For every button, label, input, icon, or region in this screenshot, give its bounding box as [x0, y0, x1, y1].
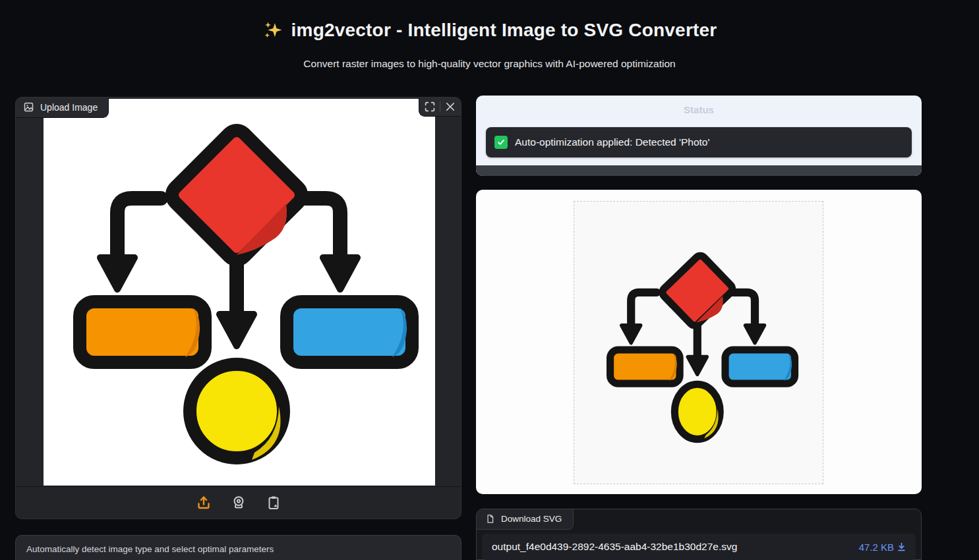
image-corner-actions — [419, 98, 461, 117]
upload-icon — [196, 495, 212, 511]
svg-preview-canvas — [574, 201, 823, 484]
upload-image-label-text: Upload Image — [40, 102, 98, 113]
auto-detect-hint-text: Automatically detect image type and sele… — [26, 544, 274, 554]
auto-detect-hint-panel: Automatically detect image type and sele… — [15, 535, 461, 560]
download-file-row[interactable]: output_f4e0d439-2892-4635-aab4-32be1b30d… — [482, 534, 916, 560]
status-scrollbar-track — [476, 165, 922, 176]
download-svg-label: Download SVG — [477, 509, 574, 530]
uploaded-image-graphic — [44, 99, 435, 486]
status-message: Auto-optimization applied: Detected 'Pho… — [486, 127, 912, 157]
webcam-source-button[interactable] — [230, 494, 247, 511]
uploaded-image-dropzone[interactable] — [44, 99, 435, 486]
download-filename[interactable]: output_f4e0d439-2892-4635-aab4-32be1b30d… — [492, 541, 737, 553]
fullscreen-icon — [424, 101, 436, 113]
webcam-icon — [231, 495, 247, 511]
svg-preview-panel — [476, 190, 922, 494]
page-title: img2vector - Intelligent Image to SVG Co… — [0, 20, 979, 41]
check-icon — [494, 136, 508, 149]
image-source-toolbar — [16, 486, 461, 518]
upload-source-button[interactable] — [195, 494, 212, 511]
upload-image-panel: Upload Image — [15, 97, 461, 519]
sparkles-icon — [262, 20, 283, 41]
image-icon — [23, 101, 34, 113]
upload-image-label: Upload Image — [16, 98, 109, 118]
page-title-text: img2vector - Intelligent Image to SVG Co… — [291, 20, 717, 41]
file-icon — [485, 514, 495, 524]
converted-svg-graphic — [590, 236, 808, 453]
status-title: Status — [476, 104, 922, 115]
clipboard-paste-icon — [266, 495, 282, 511]
divider — [440, 101, 440, 112]
download-filesize-text: 47.2 KB — [859, 542, 894, 553]
status-panel: Status Auto-optimization applied: Detect… — [476, 96, 922, 176]
status-message-text: Auto-optimization applied: Detected 'Pho… — [515, 136, 709, 148]
close-icon — [444, 101, 456, 113]
paste-source-button[interactable] — [265, 494, 282, 511]
download-panel: Download SVG output_f4e0d439-2892-4635-a… — [476, 509, 922, 560]
page-subtitle: Convert raster images to high-quality ve… — [0, 58, 979, 70]
download-arrow-icon — [897, 542, 906, 551]
download-filesize[interactable]: 47.2 KB — [859, 542, 906, 553]
clear-image-button[interactable] — [444, 101, 456, 113]
download-svg-label-text: Download SVG — [501, 514, 562, 524]
fullscreen-button[interactable] — [424, 101, 436, 113]
